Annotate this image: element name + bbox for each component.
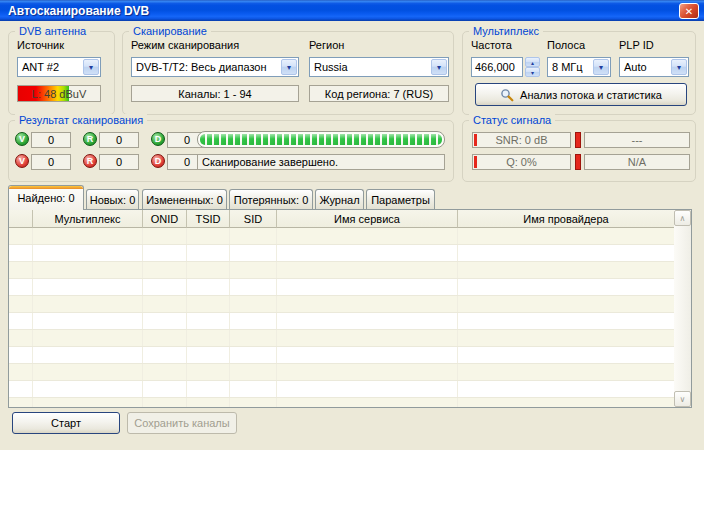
- video-fail-count: 0: [31, 154, 71, 170]
- antenna-group: DVB антенна Источник ANT #2 ▾ L: 48 dBuV: [8, 31, 115, 115]
- table-row: [9, 296, 674, 313]
- start-button[interactable]: Старт: [12, 412, 120, 434]
- analyze-stream-button[interactable]: Анализ потока и статистика: [475, 83, 687, 106]
- column-header-provider-name[interactable]: Имя провайдера: [458, 210, 674, 228]
- scan-group-title: Сканирование: [129, 25, 211, 37]
- close-button[interactable]: ✕: [679, 3, 699, 19]
- tab-parameters[interactable]: Параметры: [366, 189, 435, 209]
- multiplex-group-title: Мультиплекс: [469, 25, 543, 37]
- scroll-up-icon: ∧: [680, 214, 686, 223]
- table-row: [9, 347, 674, 364]
- table-row: [9, 364, 674, 381]
- scroll-down-button[interactable]: ∨: [674, 391, 691, 407]
- quality-indicator-icon: [575, 154, 581, 170]
- column-header-onid[interactable]: ONID: [143, 210, 187, 228]
- radio-fail-icon: R: [83, 154, 97, 168]
- tab-new-label: Новых: 0: [90, 194, 136, 206]
- snr-value-field: ---: [584, 132, 690, 148]
- video-fail-icon: V: [15, 154, 29, 168]
- source-combobox-value: ANT #2: [22, 61, 59, 73]
- video-ok-count: 0: [31, 132, 71, 148]
- spin-down-button[interactable]: ▾: [525, 67, 540, 77]
- antenna-group-title: DVB антенна: [15, 25, 90, 37]
- radio-ok-count: 0: [99, 132, 139, 148]
- quality-value-field: N/A: [584, 154, 690, 170]
- column-header-tsid[interactable]: TSID: [187, 210, 230, 228]
- table-row: [9, 262, 674, 279]
- signal-status-group-title: Статус сигнала: [469, 114, 555, 126]
- quality-level-bar-icon: [474, 156, 477, 168]
- snr-level-bar-icon: [474, 134, 477, 146]
- table-row: [9, 381, 674, 398]
- signal-level-text: L: 48 dBuV: [18, 86, 100, 101]
- tab-new[interactable]: Новых: 0: [86, 189, 139, 209]
- region-code-field: Код региона: 7 (RUS): [309, 85, 449, 102]
- chevron-down-icon: ▾: [83, 59, 99, 75]
- scan-mode-combobox-value: DVB-T/T2: Весь диапазон: [136, 61, 267, 73]
- scan-result-group: Результат сканирования V 0 R 0 D 0 V 0 R…: [8, 120, 454, 182]
- title-bar[interactable]: Автосканирование DVB ✕: [0, 0, 704, 21]
- table-row: [9, 313, 674, 330]
- spin-up-button[interactable]: ▴: [525, 57, 540, 67]
- table-row: [9, 245, 674, 262]
- window-title: Автосканирование DVB: [8, 4, 149, 18]
- quality-label: Q: 0%: [506, 156, 537, 168]
- radio-ok-icon: R: [83, 132, 97, 146]
- multiplex-group: Мультиплекс Частота ▴ ▾ Полоса 8 МГц ▾ P…: [462, 31, 696, 115]
- plp-id-combobox-value: Auto: [624, 61, 647, 73]
- vertical-scrollbar[interactable]: ∧ ∨: [674, 210, 691, 407]
- close-icon: ✕: [685, 6, 693, 17]
- radio-fail-count: 0: [99, 154, 139, 170]
- signal-level-meter: L: 48 dBuV: [17, 85, 101, 102]
- tab-found[interactable]: Найдено: 0: [8, 185, 84, 210]
- channels-info-field: Каналы: 1 - 94: [131, 85, 299, 102]
- scan-mode-combobox[interactable]: DVB-T/T2: Весь диапазон ▾: [131, 57, 299, 77]
- tab-found-label: Найдено: 0: [17, 192, 74, 204]
- scan-status-field: Сканирование завершено.: [197, 154, 445, 170]
- region-label: Регион: [309, 39, 344, 51]
- chevron-down-icon: ▾: [281, 59, 297, 75]
- chevron-down-icon: ▾: [593, 59, 609, 75]
- scan-group: Сканирование Режим сканирования DVB-T/T2…: [122, 31, 454, 115]
- tab-changed[interactable]: Измененных: 0: [142, 189, 227, 209]
- tab-lost[interactable]: Потерянных: 0: [229, 189, 313, 209]
- column-header-multiplex[interactable]: Мультиплекс: [33, 210, 143, 228]
- source-combobox[interactable]: ANT #2 ▾: [17, 57, 101, 77]
- snr-label: SNR: 0 dB: [496, 134, 548, 146]
- video-ok-icon: V: [15, 132, 29, 146]
- scan-progress-fill: [200, 134, 442, 145]
- region-combobox[interactable]: Russia ▾: [309, 57, 449, 77]
- table-header: Мультиплекс ONID TSID SID Имя сервиса Им…: [9, 210, 674, 228]
- column-header-icon[interactable]: [9, 210, 33, 228]
- table-row: [9, 279, 674, 296]
- scan-result-group-title: Результат сканирования: [15, 114, 147, 126]
- column-header-service-name[interactable]: Имя сервиса: [277, 210, 458, 228]
- scan-progress-bar: [197, 131, 445, 148]
- quality-field: Q: 0%: [472, 154, 571, 170]
- tab-changed-label: Измененных: 0: [146, 194, 223, 206]
- bandwidth-combobox[interactable]: 8 МГц ▾: [547, 57, 611, 77]
- scroll-up-button[interactable]: ∧: [674, 210, 691, 226]
- plp-id-label: PLP ID: [619, 39, 654, 51]
- frequency-input[interactable]: [471, 57, 523, 77]
- tab-parameters-label: Параметры: [371, 194, 430, 206]
- bandwidth-combobox-value: 8 МГц: [552, 61, 583, 73]
- dialog-window: Автосканирование DVB ✕ DVB антенна Источ…: [0, 0, 704, 450]
- arrow-up-icon: ▴: [531, 59, 534, 66]
- data-fail-icon: D: [151, 154, 165, 168]
- frequency-spinner: ▴ ▾: [525, 57, 540, 77]
- snr-indicator-icon: [575, 132, 581, 148]
- region-combobox-value: Russia: [314, 61, 348, 73]
- arrow-down-icon: ▾: [531, 69, 534, 76]
- table-row: [9, 228, 674, 245]
- tab-lost-label: Потерянных: 0: [234, 194, 309, 206]
- column-header-sid[interactable]: SID: [230, 210, 277, 228]
- snr-field: SNR: 0 dB: [472, 132, 571, 148]
- tab-log-label: Журнал: [319, 194, 359, 206]
- tab-log[interactable]: Журнал: [315, 189, 364, 209]
- plp-id-combobox[interactable]: Auto ▾: [619, 57, 689, 77]
- magnifier-icon: [500, 88, 514, 102]
- table-body: [9, 228, 674, 407]
- save-channels-button[interactable]: Сохранить каналы: [127, 412, 237, 434]
- analyze-stream-button-label: Анализ потока и статистика: [520, 89, 662, 101]
